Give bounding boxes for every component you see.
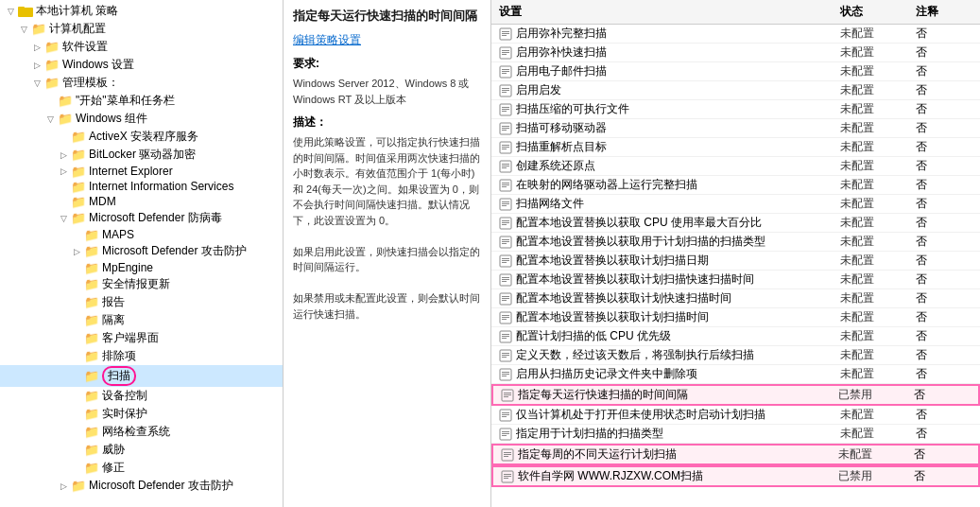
tree-admin-templates[interactable]: ▽ 📁 管理模板：: [0, 74, 283, 92]
tree-defender[interactable]: ▽ 📁 Microsoft Defender 防病毒: [0, 209, 283, 227]
tree-ie[interactable]: ▷ 📁 Internet Explorer: [0, 164, 283, 179]
svg-rect-29: [502, 149, 507, 149]
tree-software-settings[interactable]: ▷ 📁 软件设置: [0, 38, 283, 56]
row-name-text: 配置本地设置替换以获取计划扫描时间: [516, 309, 709, 325]
row-name-cell: 启用从扫描历史记录文件夹中删除项: [499, 366, 840, 382]
mp-folder-icon: 📁: [84, 261, 99, 274]
svg-rect-96: [504, 476, 511, 477]
row-name-cell: 在映射的网络驱动器上运行完整扫描: [499, 177, 840, 193]
table-row[interactable]: 扫描网络文件 未配置 否: [491, 195, 980, 214]
row-name-text: 扫描可移动驱动器: [516, 120, 607, 136]
table-row[interactable]: 启用电子邮件扫描 未配置 否: [491, 62, 980, 81]
tree-windows-settings[interactable]: ▷ 📁 Windows 设置: [0, 56, 283, 74]
mdm-label: MDM: [89, 195, 116, 208]
table-header: 设置 状态 注释: [491, 0, 980, 25]
table-row[interactable]: 配置本地设置替换以获取计划扫描快速扫描时间 未配置 否: [491, 271, 980, 289]
cu-folder-icon: 📁: [84, 332, 99, 345]
table-row[interactable]: 启用弥补快速扫描 未配置 否: [491, 44, 980, 62]
ws-label: Windows 设置: [62, 57, 134, 73]
svg-rect-8: [502, 52, 509, 53]
tree-iis[interactable]: 📁 Internet Information Services: [0, 179, 283, 194]
tree-device-control[interactable]: 📁 设备控制: [0, 387, 283, 405]
tree-fix[interactable]: 📁 修正: [0, 459, 283, 477]
table-row[interactable]: 配置本地设置替换以获取用于计划扫描的扫描类型 未配置 否: [491, 233, 980, 252]
row-name-text: 创建系统还原点: [516, 158, 595, 174]
scan-label: 扫描: [102, 366, 136, 386]
row-icon: [499, 103, 512, 116]
svg-rect-80: [504, 394, 511, 395]
svg-rect-43: [502, 220, 509, 221]
table-row[interactable]: 创建系统还原点 未配置 否: [491, 157, 980, 176]
tree-threat[interactable]: 📁 威胁: [0, 441, 283, 459]
requirement-text: Windows Server 2012、Windows 8 或 Windows …: [293, 76, 481, 107]
table-row[interactable]: 启用从扫描历史记录文件夹中删除项 未配置 否: [491, 365, 980, 384]
table-row[interactable]: 指定用于计划扫描的扫描类型 未配置 否: [491, 425, 980, 444]
tree-mpengine[interactable]: 📁 MpEngine: [0, 260, 283, 275]
svg-rect-36: [502, 184, 509, 185]
tree-bitlocker[interactable]: ▷ 📁 BitLocker 驱动器加密: [0, 146, 283, 164]
svg-rect-39: [502, 201, 509, 202]
tree-windows-components[interactable]: ▽ 📁 Windows 组件: [0, 110, 283, 128]
row-comment: 否: [916, 290, 972, 306]
tree-activex[interactable]: 📁 ActiveX 安装程序服务: [0, 128, 283, 146]
maps-label: MAPS: [102, 228, 134, 241]
tree-defender-attack2[interactable]: ▷ 📁 Microsoft Defender 攻击防护: [0, 477, 283, 495]
row-status: 未配置: [840, 139, 916, 155]
policy-title: 指定每天运行快速扫描的时间间隔: [293, 8, 481, 25]
table-row[interactable]: 配置本地设置替换以获取计划扫描时间 未配置 否: [491, 308, 980, 327]
table-row[interactable]: 配置计划扫描的低 CPU 优先级 未配置 否: [491, 327, 980, 346]
thr-folder-icon: 📁: [84, 444, 99, 457]
svg-rect-31: [502, 164, 509, 165]
table-row[interactable]: 指定每天运行快速扫描的时间间隔 已禁用 否: [491, 384, 980, 406]
edit-policy-link[interactable]: 编辑策略设置: [293, 32, 481, 48]
description-text: 使用此策略设置，可以指定执行快速扫描的时间间隔。时间值采用两次快速扫描的小时数表…: [293, 134, 481, 322]
row-name-cell: 配置本地设置替换以获取用于计划扫描的扫描类型: [499, 234, 840, 250]
tree-mdm[interactable]: 📁 MDM: [0, 194, 283, 209]
svg-rect-76: [502, 374, 509, 375]
table-row[interactable]: 指定每周的不同天运行计划扫描 未配置 否: [491, 444, 980, 465]
table-row[interactable]: 软件自学网 WWW.RJZXW.COM扫描 已禁用 否: [491, 465, 980, 487]
row-comment: 否: [916, 253, 972, 269]
tree-scan[interactable]: 📁 扫描: [0, 365, 283, 387]
tree-quarantine[interactable]: 📁 隔离: [0, 311, 283, 329]
table-row[interactable]: 定义天数，经过该天数后，将强制执行后续扫描 未配置 否: [491, 346, 980, 365]
table-row[interactable]: 配置本地设置替换以获取计划快速扫描时间 未配置 否: [491, 289, 980, 308]
tree-client-ui[interactable]: 📁 客户端界面: [0, 329, 283, 347]
row-icon: [499, 409, 512, 422]
table-row[interactable]: 扫描压缩的可执行文件 未配置 否: [491, 100, 980, 119]
row-status: 未配置: [840, 234, 916, 250]
tree-realtime[interactable]: 📁 实时保护: [0, 405, 283, 423]
svg-rect-84: [502, 414, 509, 415]
row-comment: 否: [916, 101, 972, 117]
svg-rect-65: [502, 319, 507, 320]
row-status: 未配置: [840, 82, 916, 98]
table-row[interactable]: 扫描重解析点目标 未配置 否: [491, 138, 980, 157]
tree-root[interactable]: ▽ 本地计算机 策略: [0, 2, 283, 20]
table-row[interactable]: 在映射的网络驱动器上运行完整扫描 未配置 否: [491, 176, 980, 195]
table-row[interactable]: 扫描可移动驱动器 未配置 否: [491, 119, 980, 138]
tree-start-menu[interactable]: 📁 "开始"菜单和任务栏: [0, 92, 283, 110]
tree-report[interactable]: 📁 报告: [0, 293, 283, 311]
tree-network-inspection[interactable]: 📁 网络检查系统: [0, 423, 283, 441]
svg-rect-44: [502, 222, 509, 223]
tree-defender-attack[interactable]: ▷ 📁 Microsoft Defender 攻击防护: [0, 242, 283, 260]
tree-maps[interactable]: 📁 MAPS: [0, 227, 283, 242]
row-status: 未配置: [840, 426, 916, 442]
row-name-cell: 扫描重解析点目标: [499, 139, 840, 155]
tree-computer-config[interactable]: ▽ 📁 计算机配置: [0, 20, 283, 38]
at-expand-icon: ▽: [30, 77, 43, 90]
table-row[interactable]: 启用弥补完整扫描 未配置 否: [491, 25, 980, 44]
tree-security-update[interactable]: 📁 安全情报更新: [0, 275, 283, 293]
row-icon: [499, 349, 512, 362]
row-status: 未配置: [840, 26, 916, 42]
svg-rect-15: [502, 88, 509, 89]
table-row[interactable]: 配置本地设置替换以获取 CPU 使用率最大百分比 未配置 否: [491, 214, 980, 233]
svg-rect-71: [502, 353, 509, 354]
row-name-cell: 软件自学网 WWW.RJZXW.COM扫描: [501, 468, 838, 484]
table-row[interactable]: 启用启发 未配置 否: [491, 81, 980, 100]
table-row[interactable]: 仅当计算机处于打开但未使用状态时启动计划扫描 未配置 否: [491, 406, 980, 425]
sm-label: "开始"菜单和任务栏: [76, 93, 175, 109]
table-row[interactable]: 配置本地设置替换以获取计划扫描日期 未配置 否: [491, 252, 980, 271]
cc-expand-icon: ▽: [17, 23, 30, 36]
tree-exclusions[interactable]: 📁 排除项: [0, 347, 283, 365]
